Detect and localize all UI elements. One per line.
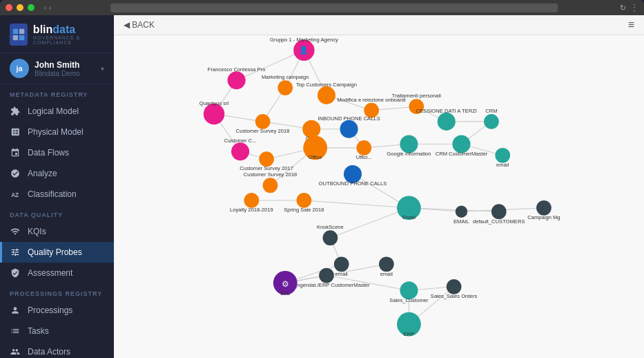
svg-point-111 bbox=[447, 279, 462, 294]
check-circle-icon bbox=[10, 168, 21, 179]
graph-svg: Gruppo 1 - Marketing Agency 👤 Francesco … bbox=[114, 35, 644, 358]
reload-icon[interactable]: ↻ bbox=[620, 3, 626, 12]
svg-point-77 bbox=[438, 113, 456, 131]
svg-point-103 bbox=[323, 230, 338, 245]
svg-text:CRM: CRM bbox=[485, 108, 497, 114]
svg-text:CESSIONE DATI A TERZI: CESSIONE DATI A TERZI bbox=[416, 108, 477, 114]
node-group-10[interactable]: CRM bbox=[484, 108, 499, 129]
svg-point-99 bbox=[491, 204, 507, 219]
node-group-33[interactable]: Sales_Customer bbox=[389, 281, 429, 303]
sidebar-label-physical-model: Physical Model bbox=[28, 127, 84, 137]
svg-point-53 bbox=[277, 80, 293, 95]
svg-point-47 bbox=[228, 71, 246, 89]
node-group-27[interactable]: Campaign Mg bbox=[527, 200, 560, 220]
node-group-29[interactable]: email bbox=[334, 256, 349, 276]
node-group-26[interactable]: default_CUSTOMERS bbox=[473, 204, 525, 224]
sidebar-item-kqis[interactable]: KQIs bbox=[0, 221, 114, 242]
sidebar-label-tasks: Tasks bbox=[28, 326, 49, 336]
sidebar-label-quality-probes: Quality Probes bbox=[28, 247, 82, 257]
grid-icon bbox=[10, 126, 21, 138]
address-bar[interactable] bbox=[110, 3, 558, 12]
az-icon: AZ bbox=[10, 189, 21, 200]
node-group-31[interactable]: ETL ⚙ bbox=[273, 271, 297, 296]
svg-rect-0 bbox=[13, 29, 18, 34]
node-group-16[interactable]: Uffici... bbox=[356, 140, 372, 160]
flow-icon bbox=[10, 147, 21, 158]
hamburger-chrome[interactable]: ⋮ bbox=[630, 3, 638, 12]
node-group-1[interactable]: Gruppo 1 - Marketing Agency 👤 bbox=[270, 37, 338, 61]
sidebar-item-tasks[interactable]: Tasks bbox=[0, 321, 114, 341]
nav-section-processings: PROCESSINGS REGISTRY bbox=[0, 283, 114, 300]
node-group-28[interactable]: KnokScene bbox=[317, 224, 344, 245]
person-icon bbox=[10, 346, 21, 357]
svg-text:Top Customers Campaign: Top Customers Campaign bbox=[296, 82, 357, 88]
sidebar-item-logical-model[interactable]: Logical Model bbox=[0, 101, 114, 122]
sidebar-item-data-actors[interactable]: Data Actors bbox=[0, 341, 114, 358]
user-section[interactable]: ja John Smith Blindata Demo ▾ bbox=[0, 53, 114, 84]
svg-text:Trattamenti personali: Trattamenti personali bbox=[392, 93, 441, 99]
sidebar-label-classification: Classification bbox=[28, 189, 77, 199]
window-chrome: ‹ › ↻ ⋮ bbox=[0, 0, 644, 15]
dot-red[interactable] bbox=[6, 4, 12, 11]
svg-text:Customer Survey 2017: Customer Survey 2017 bbox=[240, 165, 293, 171]
sidebar-label-data-flows: Data Flows bbox=[28, 148, 69, 158]
svg-text:EMAIL: EMAIL bbox=[453, 218, 469, 225]
svg-point-73 bbox=[244, 193, 260, 208]
graph-area[interactable]: Gruppo 1 - Marketing Agency 👤 Francesco … bbox=[114, 35, 644, 358]
svg-text:Campaign Mg: Campaign Mg bbox=[527, 214, 560, 220]
sidebar-item-physical-model[interactable]: Physical Model bbox=[0, 122, 114, 142]
check-shield-icon bbox=[10, 267, 21, 279]
node-group-18[interactable]: CRM CustomerMaster bbox=[436, 135, 488, 156]
sidebar-logo: blindata GOVERNANCE & COMPLIANCE bbox=[0, 15, 114, 53]
sidebar-item-quality-probes[interactable]: Quality Probes bbox=[0, 242, 114, 263]
svg-point-49 bbox=[204, 104, 224, 124]
node-group-21[interactable]: OUTBOUND PHONE CALLS bbox=[319, 165, 387, 187]
node-group-15[interactable]: Office bbox=[303, 136, 327, 161]
node-group-23[interactable]: Spring Sale 2018 bbox=[284, 193, 324, 213]
node-group-9[interactable]: CESSIONE DATI A TERZI bbox=[416, 108, 477, 131]
chevron-down-icon: ▾ bbox=[101, 65, 104, 73]
hamburger-menu-icon[interactable]: ≡ bbox=[628, 19, 634, 30]
sidebar-item-processings[interactable]: Processings bbox=[0, 300, 114, 321]
sidebar-label-analyze: Analyze bbox=[28, 169, 57, 178]
svg-text:KnokScene: KnokScene bbox=[317, 224, 344, 230]
node-group-2[interactable]: Francesco Contessa Pro bbox=[208, 66, 266, 89]
node-group-24[interactable]: Email bbox=[397, 196, 421, 220]
svg-text:AZ: AZ bbox=[11, 192, 19, 198]
sidebar-item-classification[interactable]: AZ Classification bbox=[0, 184, 114, 205]
svg-text:Email: Email bbox=[402, 214, 416, 220]
svg-point-85 bbox=[495, 148, 510, 163]
node-group-20[interactable]: Customer Survey 2018 bbox=[244, 171, 297, 193]
node-group-19[interactable]: email bbox=[495, 148, 510, 168]
node-group-5[interactable]: Quantyus srl bbox=[199, 100, 229, 124]
svg-rect-2 bbox=[13, 35, 18, 40]
nav-arrows: ‹ › bbox=[44, 3, 51, 12]
svg-text:Customer Survey 2018: Customer Survey 2018 bbox=[236, 128, 290, 134]
dot-yellow[interactable] bbox=[17, 4, 23, 11]
node-group-12[interactable]: INBOUND PHONE CALLS bbox=[318, 115, 380, 138]
svg-text:Francesco Contessa Pro: Francesco Contessa Pro bbox=[208, 66, 266, 73]
svg-text:⚙: ⚙ bbox=[282, 279, 289, 289]
node-group-35[interactable]: ERP bbox=[397, 312, 421, 338]
node-group-22[interactable]: Loyalty 2018-2019 bbox=[230, 193, 273, 213]
svg-text:Uffici...: Uffici... bbox=[356, 154, 372, 160]
back-button[interactable]: ◀ BACK bbox=[124, 20, 155, 30]
node-group-34[interactable]: Sales_Sales Orders bbox=[431, 279, 478, 299]
svg-text:Gruppo 1 - Marketing Agency: Gruppo 1 - Marketing Agency bbox=[270, 37, 338, 43]
svg-point-71 bbox=[263, 178, 278, 193]
content-header: ◀ BACK ≡ bbox=[114, 15, 644, 35]
node-group-25[interactable]: EMAIL bbox=[453, 206, 469, 225]
main-content: ◀ BACK ≡ bbox=[114, 15, 644, 358]
dot-green[interactable] bbox=[28, 4, 35, 11]
sidebar-item-analyze[interactable]: Analyze bbox=[0, 163, 114, 184]
svg-text:ERP: ERP bbox=[404, 332, 415, 338]
svg-text:Quantyus srl: Quantyus srl bbox=[199, 100, 229, 106]
sidebar-item-assessment[interactable]: Assessment bbox=[0, 263, 114, 283]
node-group-30[interactable]: email bbox=[379, 256, 394, 276]
svg-text:Office: Office bbox=[309, 154, 322, 160]
node-group-17[interactable]: Google information bbox=[387, 135, 431, 156]
svg-text:default_CUSTOMERS: default_CUSTOMERS bbox=[473, 218, 525, 225]
sliders-icon bbox=[10, 247, 21, 258]
node-group-13[interactable]: Customer C... bbox=[224, 138, 257, 160]
sidebar-item-data-flows[interactable]: Data Flows bbox=[0, 142, 114, 163]
